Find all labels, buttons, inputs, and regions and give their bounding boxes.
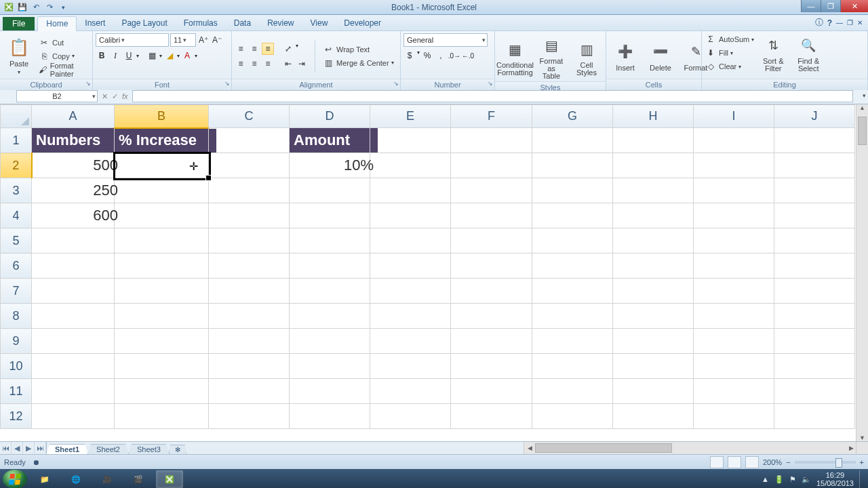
cell-D9[interactable] <box>290 329 370 354</box>
align-middle-icon[interactable]: ≡ <box>248 43 260 55</box>
row-header-8[interactable]: 8 <box>1 304 32 329</box>
tab-developer[interactable]: Developer <box>336 16 389 30</box>
tab-formulas[interactable]: Formulas <box>176 16 226 30</box>
align-top-icon[interactable]: ≡ <box>235 43 247 55</box>
row-header-2[interactable]: 2 <box>1 153 32 178</box>
row-header-3[interactable]: 3 <box>1 178 32 203</box>
cell-B2[interactable] <box>115 153 209 178</box>
col-header-D[interactable]: D <box>290 105 370 128</box>
underline-button[interactable]: U <box>123 49 135 62</box>
col-header-E[interactable]: E <box>370 105 451 128</box>
cell-D5[interactable] <box>290 228 370 253</box>
select-all-corner[interactable] <box>1 105 32 128</box>
cell-A9[interactable] <box>32 329 115 354</box>
cell-J1[interactable] <box>774 128 855 153</box>
cell-F1[interactable] <box>451 128 532 153</box>
sheet-nav-next-icon[interactable]: ▶ <box>23 442 35 454</box>
cell-A12[interactable] <box>32 404 115 429</box>
cell-I7[interactable] <box>694 279 774 304</box>
vertical-scrollbar[interactable]: ▲ ▼ <box>856 104 868 441</box>
cell-H1[interactable] <box>613 128 694 153</box>
cell-C4[interactable] <box>209 203 290 228</box>
cell-G10[interactable] <box>532 354 613 379</box>
formula-bar[interactable]: ▾ <box>132 90 853 102</box>
cell-styles-button[interactable]: ▥ Cell Styles <box>570 33 603 81</box>
sheet-tab-sheet3[interactable]: Sheet3 <box>128 444 170 454</box>
cancel-formula-icon[interactable]: ✕ <box>102 92 108 101</box>
decrease-indent-icon[interactable]: ⇤ <box>282 58 294 70</box>
col-header-J[interactable]: J <box>774 105 855 128</box>
cell-A6[interactable] <box>32 253 115 279</box>
macro-record-icon[interactable]: ⏺ <box>33 458 40 466</box>
tab-file[interactable]: File <box>3 17 35 30</box>
row-header-9[interactable]: 9 <box>1 329 32 354</box>
taskbar-app2-icon[interactable]: 🎬 <box>125 470 152 488</box>
cell-C7[interactable] <box>209 279 290 304</box>
align-right-icon[interactable]: ≡ <box>262 58 274 70</box>
cell-J10[interactable] <box>774 354 855 379</box>
taskbar-app1-icon[interactable]: 🎥 <box>94 470 121 488</box>
cell-E7[interactable] <box>370 279 451 304</box>
sheet-nav-first-icon[interactable]: ⏮ <box>0 442 12 454</box>
inner-window-restore[interactable]: ❐ <box>847 19 853 26</box>
font-name-combo[interactable]: Calibri▾ <box>96 33 169 47</box>
cell-F10[interactable] <box>451 354 532 379</box>
horizontal-scrollbar[interactable]: ◀ ▶ <box>524 442 856 454</box>
cell-D8[interactable] <box>290 304 370 329</box>
shrink-font-icon[interactable]: A⁻ <box>211 34 223 46</box>
cell-H8[interactable] <box>613 304 694 329</box>
cell-D1[interactable]: Amount <box>290 128 370 153</box>
cell-J6[interactable] <box>774 253 855 279</box>
tab-review[interactable]: Review <box>259 16 302 30</box>
cell-F2[interactable] <box>451 153 532 178</box>
increase-decimal-icon[interactable]: .0→ <box>448 49 460 62</box>
cell-D10[interactable] <box>290 354 370 379</box>
font-color-button[interactable]: A <box>181 49 193 62</box>
wrap-text-button[interactable]: ↩Wrap Text <box>322 43 394 56</box>
cell-A1[interactable]: Numbers <box>32 128 115 153</box>
cell-I2[interactable] <box>694 153 774 178</box>
cell-B7[interactable] <box>115 279 209 304</box>
row-header-11[interactable]: 11 <box>1 379 32 404</box>
cell-E9[interactable] <box>370 329 451 354</box>
undo-icon[interactable]: ↶ <box>31 3 41 12</box>
sheet-tab-sheet1[interactable]: Sheet1 <box>46 444 88 454</box>
bold-button[interactable]: B <box>96 49 108 62</box>
cell-I10[interactable] <box>694 354 774 379</box>
increase-indent-icon[interactable]: ⇥ <box>296 58 308 70</box>
cell-I6[interactable] <box>694 253 774 279</box>
cell-H9[interactable] <box>613 329 694 354</box>
currency-icon[interactable]: $ <box>403 49 416 62</box>
cell-A8[interactable] <box>32 304 115 329</box>
cell-C11[interactable] <box>209 379 290 404</box>
col-header-B[interactable]: B <box>115 105 209 128</box>
view-normal-icon[interactable] <box>710 456 724 468</box>
cell-I9[interactable] <box>694 329 774 354</box>
cell-C2[interactable] <box>209 153 290 178</box>
number-launcher-icon[interactable]: ↘ <box>488 80 493 87</box>
cell-H10[interactable] <box>613 354 694 379</box>
zoom-slider[interactable] <box>795 461 856 464</box>
cell-A5[interactable] <box>32 228 115 253</box>
cell-F12[interactable] <box>451 404 532 429</box>
zoom-out-icon[interactable]: − <box>786 458 790 466</box>
comma-icon[interactable]: , <box>435 49 447 62</box>
sheet-tab-sheet2[interactable]: Sheet2 <box>87 444 129 454</box>
cell-D2[interactable]: 10% <box>290 153 370 178</box>
grow-font-icon[interactable]: A⁺ <box>197 34 210 46</box>
ribbon-minimize-icon[interactable]: ⓘ <box>815 17 823 28</box>
cell-A4[interactable]: 600 <box>32 203 115 228</box>
row-header-12[interactable]: 12 <box>1 404 32 429</box>
cell-F5[interactable] <box>451 228 532 253</box>
format-painter-button[interactable]: 🖌Format Painter <box>38 64 90 76</box>
cell-E10[interactable] <box>370 354 451 379</box>
orientation-icon[interactable]: ⤢ <box>282 43 294 55</box>
formula-bar-expand-icon[interactable]: ▾ <box>863 92 866 99</box>
cell-A3[interactable]: 250 <box>32 178 115 203</box>
percent-icon[interactable]: % <box>421 49 433 62</box>
h-scroll-thumb[interactable] <box>535 443 672 453</box>
cell-C12[interactable] <box>209 404 290 429</box>
cell-H3[interactable] <box>613 178 694 203</box>
cell-E11[interactable] <box>370 379 451 404</box>
inner-window-min[interactable]: — <box>836 19 843 26</box>
